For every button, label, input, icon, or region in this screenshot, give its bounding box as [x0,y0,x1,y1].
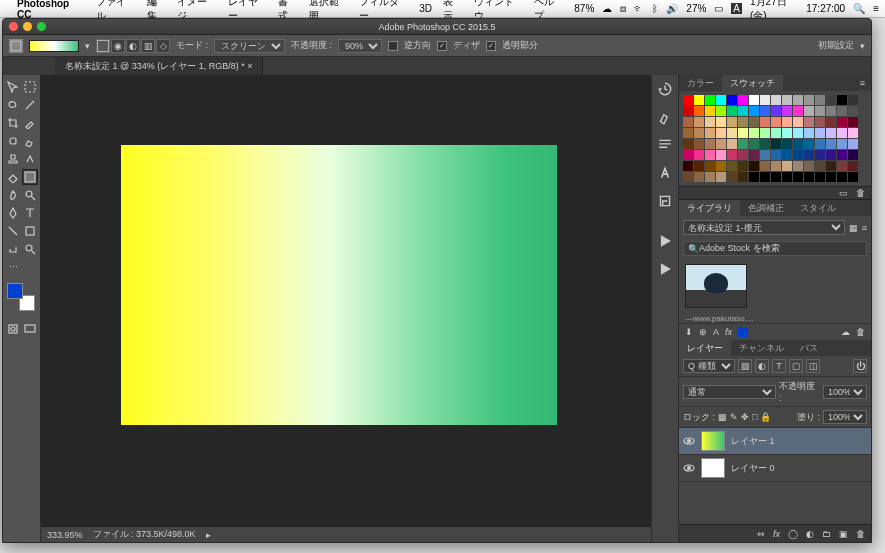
swatch[interactable] [749,128,759,138]
swatch[interactable] [804,106,814,116]
opacity-select[interactable]: 90% [338,39,382,53]
swatch[interactable] [782,117,792,127]
swatch[interactable] [837,139,847,149]
filter-adjust-icon[interactable]: ◐ [755,359,769,373]
swatch[interactable] [694,106,704,116]
file-size[interactable]: ファイル : 373.5K/498.0K [93,528,196,541]
swatch[interactable] [771,139,781,149]
swatch[interactable] [738,150,748,160]
chevron-right-icon[interactable]: ▸ [206,530,211,540]
swatch[interactable] [793,150,803,160]
swatch[interactable] [837,172,847,182]
swatch[interactable] [727,150,737,160]
swatch[interactable] [848,128,858,138]
tab-color[interactable]: カラー [679,75,722,92]
fill-select[interactable]: 100% [823,410,867,424]
swatch[interactable] [716,128,726,138]
filter-type-icon[interactable]: T [772,359,786,373]
swatch[interactable] [837,117,847,127]
chevron-down-icon[interactable]: ▾ [860,41,865,51]
swatch[interactable] [683,95,693,105]
path-tool-icon[interactable] [5,223,21,239]
radial-gradient-icon[interactable]: ◉ [111,39,125,53]
trash-icon[interactable]: 🗑 [856,327,865,337]
swatch[interactable] [738,95,748,105]
character-panel-icon[interactable] [657,165,673,181]
brush-tool-icon[interactable] [22,133,38,149]
reverse-checkbox[interactable] [388,41,398,51]
dither-checkbox[interactable]: ✓ [437,41,447,51]
zoom-icon[interactable] [37,22,46,31]
swatch[interactable] [793,172,803,182]
swatch[interactable] [848,117,858,127]
swatch[interactable] [716,172,726,182]
swatch[interactable] [749,117,759,127]
swatch[interactable] [815,161,825,171]
battery-icon[interactable]: ▭ [714,3,723,14]
swatch[interactable] [749,150,759,160]
tab-libraries[interactable]: ライブラリ [679,200,740,217]
library-thumb[interactable] [685,264,747,308]
swatch[interactable] [815,150,825,160]
list-view-icon[interactable]: ≡ [862,223,867,233]
swatch[interactable] [771,128,781,138]
gradient-preview[interactable] [29,40,79,52]
edit-toolbar-icon[interactable]: ⋯ [5,259,21,275]
new-layer-icon[interactable]: ▣ [839,529,848,539]
tab-styles[interactable]: スタイル [792,200,844,217]
swatch[interactable] [727,161,737,171]
swatch[interactable] [826,161,836,171]
swatch[interactable] [694,150,704,160]
swatch[interactable] [694,95,704,105]
swatch[interactable] [771,95,781,105]
swatch[interactable] [848,106,858,116]
frame-icon[interactable]: ▭ [839,188,848,198]
fg-color[interactable] [7,283,23,299]
swatch[interactable] [826,139,836,149]
swatch[interactable] [837,150,847,160]
mode-select[interactable]: スクリーン [214,39,285,53]
swatch[interactable] [837,95,847,105]
hand-tool-icon[interactable] [5,241,21,257]
swatch[interactable] [771,117,781,127]
layer-name[interactable]: レイヤー 0 [731,462,775,475]
paragraph-panel-icon[interactable] [657,137,673,153]
swatch[interactable] [782,128,792,138]
wand-tool-icon[interactable] [22,97,38,113]
volume-icon[interactable]: 🔊 [666,3,678,14]
swatch[interactable] [826,150,836,160]
swatch[interactable] [815,172,825,182]
swatch[interactable] [738,139,748,149]
lasso-tool-icon[interactable] [5,97,21,113]
spotlight-icon[interactable]: 🔍 [853,3,865,14]
swatch[interactable] [716,117,726,127]
stock-search-input[interactable]: 🔍 Adobe Stock を検索 [683,241,867,256]
actions-panel-icon[interactable] [657,233,673,249]
swatch[interactable] [782,95,792,105]
swatch[interactable] [683,161,693,171]
swatch[interactable] [705,128,715,138]
swatch[interactable] [683,106,693,116]
swatch[interactable] [738,172,748,182]
swatch[interactable] [804,150,814,160]
menu-3d[interactable]: 3D [419,3,432,14]
cloud-icon[interactable]: ☁ [602,3,612,14]
swatch[interactable] [793,106,803,116]
visibility-icon[interactable] [683,435,695,447]
group-icon[interactable]: 🗀 [822,529,831,539]
layer-filter-select[interactable]: Q 種類 [683,359,735,373]
glyph-panel-icon[interactable] [657,193,673,209]
swatch[interactable] [705,95,715,105]
minimize-icon[interactable] [23,22,32,31]
swatch[interactable] [683,117,693,127]
swatch[interactable] [826,117,836,127]
swatch[interactable] [782,150,792,160]
swatch[interactable] [771,150,781,160]
quickmask-icon[interactable] [5,321,21,337]
chevron-down-icon[interactable]: ▾ [85,41,90,51]
notif-icon[interactable]: ≡ [873,3,879,14]
layer-thumb[interactable] [701,458,725,478]
eyedropper-tool-icon[interactable] [22,115,38,131]
tab-layers[interactable]: レイヤー [679,340,731,357]
swatch[interactable] [782,172,792,182]
